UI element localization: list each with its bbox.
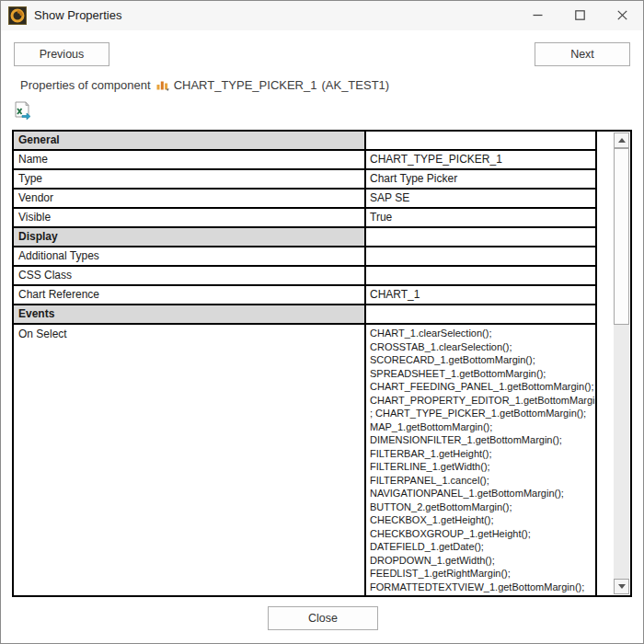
property-label: CSS Class — [14, 267, 366, 284]
script-code-line: MAP_1.getBottomMargin(); — [370, 420, 595, 434]
titlebar: Show Properties — [1, 1, 643, 30]
script-code-line: FEEDLIST_1.getRightMargin(); — [370, 567, 595, 581]
property-value: CHART_TYPE_PICKER_1 — [366, 151, 595, 168]
property-row: Type Chart Type Picker — [14, 170, 595, 190]
section-header-row: General — [14, 132, 595, 151]
scrollbar-track[interactable] — [614, 148, 629, 579]
section-header-value — [366, 132, 595, 149]
script-code-line: DROPDOWN_1.getWidth(); — [370, 554, 595, 568]
next-button[interactable]: Next — [535, 42, 630, 66]
property-value: Chart Type Picker — [366, 170, 595, 188]
script-code-line: CHECKBOXGROUP_1.getHeight(); — [370, 527, 595, 541]
property-label: Vendor — [14, 190, 366, 207]
property-value — [366, 247, 595, 265]
export-to-excel-icon[interactable] — [14, 101, 31, 120]
vertical-scrollbar[interactable] — [614, 132, 629, 594]
script-code-line: SCORECARD_1.getBottomMargin(); — [370, 353, 595, 367]
script-code-line: DIMENSIONFILTER_1.getBottomMargin(); — [370, 433, 595, 447]
property-row: Name CHART_TYPE_PICKER_1 — [14, 151, 595, 170]
maximize-button[interactable] — [558, 1, 601, 30]
property-row: Visible True — [14, 209, 595, 228]
property-value: CHART_1 — [366, 286, 595, 304]
script-code-line: CHART_1.clearSelection(); — [370, 327, 595, 340]
section-header-label: General — [14, 132, 366, 149]
script-code-line: ; CHART_TYPE_PICKER_1.getBottomMargin(); — [370, 407, 595, 420]
section-header-value — [366, 305, 595, 323]
property-label: Name — [14, 151, 366, 168]
section-header-label: Display — [14, 228, 366, 246]
maximize-icon — [575, 10, 585, 20]
component-scope: (AK_TEST1) — [321, 78, 389, 92]
property-label: Chart Reference — [14, 286, 366, 304]
property-label: Type — [14, 170, 366, 188]
script-code-line: FILTERPANEL_1.cancel(); — [370, 474, 595, 488]
section-header-label: Events — [14, 305, 366, 323]
property-value — [366, 267, 595, 284]
script-code-line: CHECKBOX_1.getHeight(); — [370, 513, 595, 527]
window-title: Show Properties — [34, 8, 516, 22]
scroll-up-button[interactable] — [614, 132, 629, 148]
scrollbar-thumb[interactable] — [614, 148, 629, 325]
property-label: Additional Types — [14, 247, 366, 265]
property-label: Visible — [14, 209, 366, 226]
component-header-prefix: Properties of component — [20, 78, 151, 92]
script-code-line: NAVIGATIONPANEL_1.getBottomMargin(); — [370, 487, 595, 500]
script-code-line: DATEFIELD_1.getDate(); — [370, 540, 595, 554]
previous-button[interactable]: Previous — [14, 42, 109, 66]
property-value: True — [366, 209, 595, 226]
component-header: Properties of component CHART_TYPE_PICKE… — [20, 78, 389, 92]
close-icon — [617, 10, 627, 20]
close-window-button[interactable] — [601, 1, 643, 30]
script-code-line: CHART_FEEDING_PANEL_1.getBottomMargin(); — [370, 380, 595, 394]
properties-table: General Name CHART_TYPE_PICKER_1 Type Ch… — [14, 132, 597, 595]
property-row: CSS Class — [14, 267, 595, 286]
script-code-line: BUTTON_2.getBottomMargin(); — [370, 500, 595, 514]
property-row: Vendor SAP SE — [14, 190, 595, 209]
property-row: Chart Reference CHART_1 — [14, 286, 595, 305]
script-code-line: SPREADSHEET_1.getBottomMargin(); — [370, 367, 595, 381]
property-value: SAP SE — [366, 190, 595, 207]
section-header-value — [366, 228, 595, 246]
component-name: CHART_TYPE_PICKER_1 — [174, 78, 317, 92]
sap-lumira-logo-icon — [8, 6, 27, 25]
minimize-button[interactable] — [516, 1, 558, 30]
script-code-line: CROSSTAB_1.clearSelection(); — [370, 340, 595, 354]
close-button[interactable]: Close — [268, 606, 378, 630]
scroll-up-arrow-icon — [618, 138, 626, 143]
section-header-row: Display — [14, 228, 595, 247]
script-code-line: CHART_PROPERTY_EDITOR_1.getBottomMargin(… — [370, 394, 595, 408]
section-header-row: Events — [14, 305, 595, 325]
minimize-icon — [533, 10, 543, 20]
script-code-line: FILTERLINE_1.getWidth(); — [370, 460, 595, 474]
script-code-line: FORMATTEDTEXTVIEW_1.getBottomMargin(); — [370, 581, 595, 594]
show-properties-dialog: Show Properties Previous Next Properties… — [0, 0, 644, 644]
scroll-down-button[interactable] — [614, 579, 629, 594]
script-code-line: FILTERBAR_1.getHeight(); — [370, 447, 595, 461]
property-label: On Select — [14, 325, 366, 595]
properties-grid: General Name CHART_TYPE_PICKER_1 Type Ch… — [12, 130, 632, 597]
property-row: Additional Types — [14, 247, 595, 267]
property-value: CHART_1.clearSelection();CROSSTAB_1.clea… — [366, 325, 595, 595]
scroll-down-arrow-icon — [618, 584, 626, 589]
property-row: On Select CHART_1.clearSelection();CROSS… — [14, 325, 595, 595]
column-chart-icon — [156, 79, 169, 91]
